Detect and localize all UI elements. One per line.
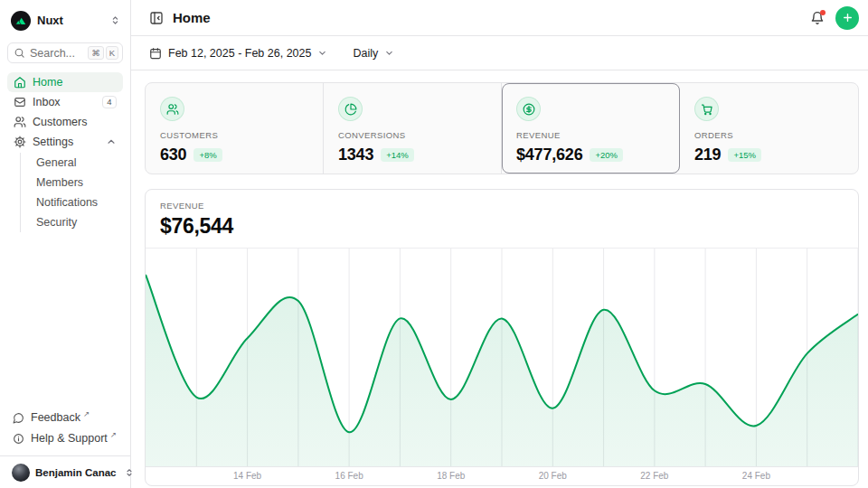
sidebar-item-general[interactable]: General — [33, 153, 123, 173]
external-link-icon: ↗ — [110, 430, 117, 439]
x-axis-label: 18 Feb — [437, 471, 465, 481]
sidebar-item-label: Customers — [33, 116, 87, 128]
kbd-cmd: ⌘ — [88, 46, 104, 61]
x-axis-label: 14 Feb — [233, 471, 261, 481]
stat-delta-badge: +15% — [728, 148, 761, 163]
search-shortcut: ⌘ K — [88, 46, 118, 61]
sidebar-item-security[interactable]: Security — [33, 212, 123, 232]
workspace-selector[interactable]: Nuxt — [7, 7, 123, 31]
page-header: Home — [131, 0, 868, 36]
subnav-label: General — [36, 156, 76, 169]
add-button[interactable] — [835, 6, 859, 30]
inbox-icon — [14, 96, 26, 108]
stat-label: CONVERSIONS — [338, 130, 486, 140]
notification-dot — [820, 10, 826, 16]
search-placeholder: Search... — [30, 47, 75, 60]
revenue-chart-card: REVENUE $76,544 14 Feb16 Feb18 Feb20 Feb… — [145, 189, 859, 486]
page-title: Home — [173, 10, 211, 25]
stat-card-revenue[interactable]: REVENUE $477,626 +20% — [502, 83, 680, 174]
date-range-picker[interactable]: Feb 12, 2025 - Feb 26, 2025 — [149, 47, 327, 60]
user-menu[interactable]: Benjamin Canac — [7, 456, 123, 483]
sidebar-item-label: Inbox — [33, 96, 61, 108]
sidebar-item-label: Home — [33, 76, 62, 89]
message-circle-icon — [13, 412, 24, 424]
inbox-count-badge: 4 — [102, 96, 117, 109]
chart-header: REVENUE $76,544 — [146, 190, 858, 249]
external-link-icon: ↗ — [83, 409, 90, 418]
sidebar-item-customers[interactable]: Customers — [7, 112, 123, 132]
period-select[interactable]: Daily — [353, 47, 394, 60]
stat-label: ORDERS — [694, 130, 844, 140]
sidebar-item-home[interactable]: Home — [7, 72, 123, 92]
stat-value: 1343 — [338, 145, 373, 164]
sidebar-item-label: Settings — [33, 136, 73, 148]
chart-pie-icon — [338, 97, 363, 121]
stat-delta-badge: +8% — [193, 148, 222, 163]
stat-value: $477,626 — [516, 145, 582, 164]
plus-icon — [842, 12, 854, 23]
chevron-up-icon — [106, 136, 117, 147]
shopping-cart-icon — [694, 97, 719, 121]
chart-title: REVENUE — [160, 201, 844, 211]
feedback-label: Feedback — [31, 411, 80, 424]
kbd-k: K — [106, 46, 118, 61]
subnav-label: Notifications — [36, 196, 98, 209]
search-icon — [14, 47, 25, 59]
settings-subnav: General Members Notifications Security — [20, 153, 123, 232]
info-circle-icon — [13, 433, 24, 445]
notifications-button[interactable] — [810, 11, 825, 25]
workspace-name: Nuxt — [37, 14, 63, 27]
x-axis-label: 20 Feb — [539, 471, 567, 481]
x-axis-label: 22 Feb — [640, 471, 668, 481]
search-input[interactable]: Search... ⌘ K — [7, 42, 123, 63]
stat-label: CUSTOMERS — [160, 130, 308, 140]
users-icon — [160, 97, 184, 121]
chevron-up-down-icon — [109, 14, 121, 26]
dashboard-content: CUSTOMERS 630 +8% CONVERSIONS 1343 +14% — [131, 70, 868, 488]
sidebar-item-notifications[interactable]: Notifications — [33, 192, 123, 212]
chevron-down-icon — [317, 48, 327, 58]
user-name: Benjamin Canac — [35, 467, 116, 478]
stat-card-orders[interactable]: ORDERS 219 +15% — [680, 83, 858, 174]
date-range-label: Feb 12, 2025 - Feb 26, 2025 — [168, 47, 311, 60]
circle-dollar-icon — [516, 97, 541, 121]
sidebar-item-settings[interactable]: Settings — [7, 132, 123, 152]
x-axis-label: 16 Feb — [335, 471, 363, 481]
stat-delta-badge: +14% — [381, 148, 414, 163]
period-label: Daily — [353, 47, 378, 60]
sidebar: Nuxt Search... ⌘ K Home Inbox 4 — [0, 0, 131, 488]
subnav-label: Members — [36, 176, 83, 189]
chart-current-value: $76,544 — [160, 214, 844, 239]
x-axis-label: 24 Feb — [742, 471, 770, 481]
stat-card-customers[interactable]: CUSTOMERS 630 +8% — [146, 83, 324, 174]
nuxt-logo-icon — [11, 11, 31, 31]
stat-card-conversions[interactable]: CONVERSIONS 1343 +14% — [324, 83, 502, 174]
main-area: Home Feb 12, 2025 - Feb 26, 2025 Daily — [131, 0, 868, 488]
stats-grid: CUSTOMERS 630 +8% CONVERSIONS 1343 +14% — [145, 82, 859, 174]
calendar-icon — [149, 47, 162, 60]
stat-value: 219 — [694, 145, 721, 164]
sidebar-item-inbox[interactable]: Inbox 4 — [7, 92, 123, 112]
sidebar-nav: Home Inbox 4 Customers Settings Genera — [7, 72, 123, 234]
feedback-link[interactable]: Feedback ↗ — [7, 408, 123, 427]
revenue-chart-svg — [146, 249, 858, 467]
settings-gear-icon — [14, 136, 26, 148]
stat-delta-badge: +20% — [590, 148, 623, 163]
home-icon — [14, 76, 26, 89]
user-avatar — [12, 464, 30, 482]
subnav-label: Security — [36, 216, 77, 229]
stat-label: REVENUE — [516, 130, 665, 140]
filters-bar: Feb 12, 2025 - Feb 26, 2025 Daily — [131, 36, 868, 70]
help-support-link[interactable]: Help & Support ↗ — [7, 428, 123, 448]
users-icon — [14, 116, 26, 128]
chevron-down-icon — [384, 48, 394, 58]
collapse-sidebar-button[interactable] — [149, 11, 164, 25]
stat-value: 630 — [160, 145, 186, 164]
chart-x-axis-labels: 14 Feb16 Feb18 Feb20 Feb22 Feb24 Feb — [146, 467, 858, 485]
revenue-area-chart[interactable] — [146, 249, 858, 467]
sidebar-item-members[interactable]: Members — [33, 173, 123, 192]
help-support-label: Help & Support — [31, 432, 108, 445]
